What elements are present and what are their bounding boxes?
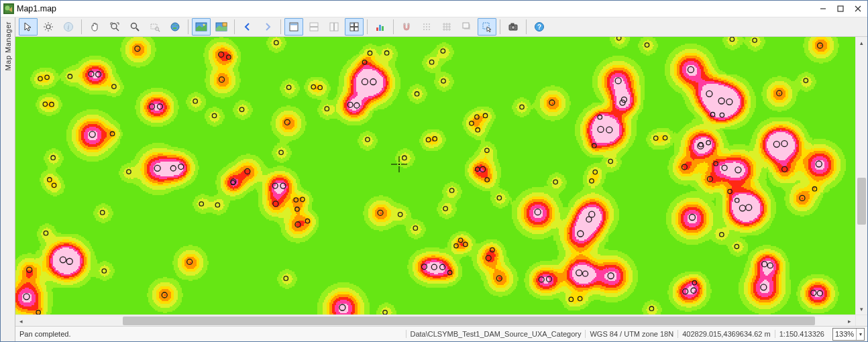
layer-view1-button[interactable] — [192, 18, 211, 36]
maximize-button[interactable] — [832, 3, 849, 15]
toolbar-separator — [81, 19, 82, 34]
svg-rect-66 — [511, 23, 514, 25]
sun-button[interactable] — [39, 18, 58, 36]
svg-rect-34 — [310, 27, 318, 32]
toolbar-separator — [188, 19, 188, 34]
svg-line-12 — [45, 23, 46, 25]
svg-rect-46 — [408, 23, 409, 25]
svg-rect-22 — [151, 24, 157, 29]
toolbar: i? — [15, 17, 867, 37]
layer-view2-icon — [215, 21, 227, 32]
next-icon — [263, 22, 272, 32]
minimize-button[interactable] — [815, 3, 831, 15]
help-icon: ? — [534, 21, 545, 32]
titlebar: Map1.map — [1, 1, 867, 17]
bars-icon — [375, 21, 386, 32]
globe-button[interactable] — [166, 18, 184, 36]
map-canvas[interactable] — [15, 37, 855, 315]
svg-rect-41 — [351, 23, 354, 24]
window-grid-button[interactable] — [345, 18, 364, 36]
help-button[interactable]: ? — [530, 18, 549, 36]
svg-rect-37 — [350, 23, 354, 27]
window-vert-button — [325, 18, 343, 36]
toolbar-separator — [280, 19, 281, 34]
svg-line-13 — [51, 30, 52, 31]
svg-point-50 — [423, 26, 425, 27]
svg-rect-38 — [355, 23, 359, 27]
status-message: Pan completed. — [18, 330, 70, 338]
svg-text:i: i — [68, 23, 70, 31]
svg-rect-42 — [376, 27, 378, 31]
svg-rect-44 — [382, 26, 384, 31]
scroll-left-button[interactable]: ◂ — [15, 315, 27, 327]
zoom-extent-button[interactable] — [105, 18, 124, 36]
window-single-icon — [288, 21, 299, 32]
prev-icon — [243, 22, 252, 32]
svg-point-54 — [426, 29, 427, 30]
svg-line-19 — [116, 28, 119, 31]
scroll-up-button[interactable]: ▴ — [856, 37, 867, 48]
cursor-select-button[interactable] — [478, 18, 496, 36]
status-projection: WGS 84 / UTM zone 18N — [585, 330, 677, 338]
window-horiz-icon — [309, 21, 319, 32]
svg-point-53 — [423, 29, 425, 30]
zoom-dropdown-button[interactable]: ▾ — [856, 329, 864, 340]
zoom-value: 133% — [833, 330, 856, 338]
horizontal-scrollbar[interactable]: ◂ ▸ — [15, 315, 855, 326]
zoom-box-button — [146, 18, 164, 36]
globe-icon — [170, 21, 180, 32]
svg-text:?: ? — [537, 23, 541, 31]
close-button[interactable] — [850, 3, 866, 15]
grid-lines-icon — [441, 21, 452, 32]
layer-view1-icon — [195, 21, 207, 32]
zoom-combo[interactable]: 133% ▾ — [832, 328, 865, 341]
svg-point-67 — [512, 26, 515, 30]
svg-point-51 — [426, 26, 427, 27]
pan-hand-button[interactable] — [85, 18, 104, 36]
svg-point-18 — [111, 23, 117, 29]
svg-rect-45 — [404, 23, 405, 25]
scroll-down-button[interactable]: ▾ — [856, 303, 867, 315]
shadow-rect-button — [457, 18, 476, 36]
svg-point-48 — [426, 23, 427, 25]
status-coords: 402829.015,4369634.62 m — [677, 330, 775, 338]
map-viewport[interactable] — [15, 37, 855, 315]
pointer-icon — [23, 21, 34, 32]
svg-point-47 — [423, 23, 425, 25]
svg-line-24 — [158, 30, 160, 32]
camera-icon — [508, 21, 519, 32]
pointer-button[interactable] — [19, 18, 38, 36]
svg-rect-33 — [310, 23, 318, 27]
scroll-right-button[interactable]: ▸ — [844, 315, 855, 327]
cursor-select-icon — [482, 21, 492, 32]
scroll-corner — [855, 315, 867, 326]
vertical-scroll-thumb[interactable] — [857, 178, 866, 225]
next-button — [258, 18, 277, 36]
svg-rect-30 — [223, 23, 227, 26]
horizontal-scroll-thumb[interactable] — [123, 317, 815, 325]
layer-view2-button[interactable] — [212, 18, 231, 36]
statusbar: Pan completed. Data\CLSYMB_Test1_DAM_Sou… — [15, 326, 867, 341]
toolbar-separator — [367, 19, 368, 34]
camera-button[interactable] — [504, 18, 523, 36]
svg-rect-63 — [463, 23, 469, 28]
toolbar-separator — [526, 19, 527, 34]
info-icon: i — [63, 21, 74, 32]
app-icon — [3, 3, 14, 14]
window-single-button[interactable] — [284, 18, 303, 36]
zoom-button[interactable] — [125, 18, 144, 36]
snap-magnet-icon — [401, 21, 412, 32]
window-vert-icon — [329, 21, 339, 32]
zoom-icon — [129, 21, 140, 32]
info-button: i — [59, 18, 78, 36]
grid-dots-icon — [421, 21, 432, 32]
prev-button[interactable] — [238, 18, 257, 36]
svg-point-49 — [429, 23, 430, 25]
side-panel-label: Map Manager — [4, 21, 12, 70]
window-title: Map1.map — [17, 4, 56, 13]
vertical-scrollbar[interactable]: ▴ ▾ — [855, 37, 867, 315]
bars-button[interactable] — [371, 18, 390, 36]
side-panel-tab[interactable]: Map Manager — [1, 17, 15, 341]
status-data-path: Data\CLSYMB_Test1_DAM_Source_UXA_Categor… — [406, 330, 586, 338]
window-horiz-button — [305, 18, 323, 36]
